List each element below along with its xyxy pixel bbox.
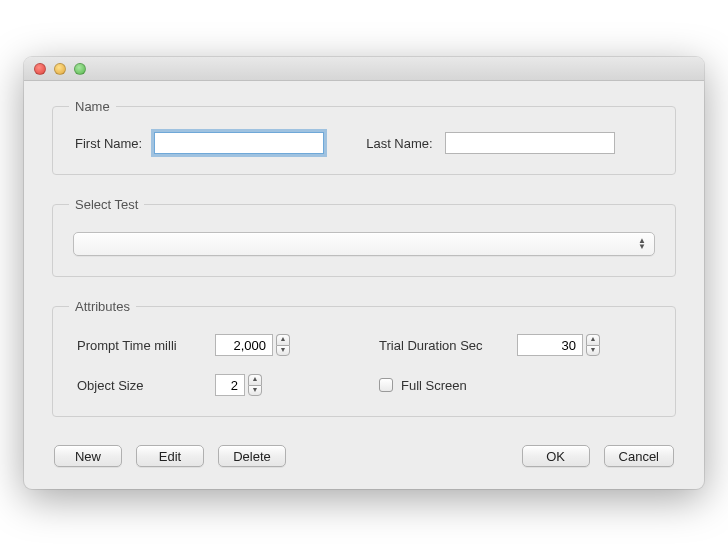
attributes-legend: Attributes <box>69 299 136 314</box>
stepper-down-icon[interactable]: ▼ <box>276 345 290 357</box>
new-button[interactable]: New <box>54 445 122 467</box>
titlebar <box>24 57 704 81</box>
content-area: Name First Name: Last Name: Select Test … <box>24 81 704 489</box>
stepper-up-icon[interactable]: ▲ <box>248 374 262 385</box>
object-size-label: Object Size <box>77 378 197 393</box>
first-name-label: First Name: <box>75 136 142 151</box>
cancel-button[interactable]: Cancel <box>604 445 674 467</box>
ok-button[interactable]: OK <box>522 445 590 467</box>
attributes-group: Attributes Prompt Time milli ▲ ▼ Trial D… <box>52 299 676 417</box>
full-screen-label: Full Screen <box>401 378 521 393</box>
trial-duration-input[interactable] <box>517 334 583 356</box>
zoom-icon[interactable] <box>74 63 86 75</box>
full-screen-checkbox[interactable] <box>379 378 393 392</box>
button-row: New Edit Delete OK Cancel <box>52 439 676 467</box>
trial-duration-stepper[interactable]: ▲ ▼ <box>517 334 600 356</box>
select-test-group: Select Test ▲▼ <box>52 197 676 277</box>
first-name-input[interactable] <box>154 132 324 154</box>
last-name-label: Last Name: <box>366 136 432 151</box>
select-test-combo[interactable]: ▲▼ <box>73 232 655 256</box>
select-test-legend: Select Test <box>69 197 144 212</box>
prompt-time-stepper[interactable]: ▲ ▼ <box>215 334 290 356</box>
stepper-down-icon[interactable]: ▼ <box>586 345 600 357</box>
stepper-up-icon[interactable]: ▲ <box>586 334 600 345</box>
edit-button[interactable]: Edit <box>136 445 204 467</box>
stepper-down-icon[interactable]: ▼ <box>248 385 262 397</box>
name-group: Name First Name: Last Name: <box>52 99 676 175</box>
minimize-icon[interactable] <box>54 63 66 75</box>
chevron-updown-icon: ▲▼ <box>638 238 646 250</box>
prompt-time-input[interactable] <box>215 334 273 356</box>
dialog-window: Name First Name: Last Name: Select Test … <box>24 57 704 489</box>
close-icon[interactable] <box>34 63 46 75</box>
object-size-stepper[interactable]: ▲ ▼ <box>215 374 262 396</box>
trial-duration-label: Trial Duration Sec <box>379 338 499 353</box>
name-legend: Name <box>69 99 116 114</box>
stepper-up-icon[interactable]: ▲ <box>276 334 290 345</box>
delete-button[interactable]: Delete <box>218 445 286 467</box>
prompt-time-label: Prompt Time milli <box>77 338 197 353</box>
last-name-input[interactable] <box>445 132 615 154</box>
object-size-input[interactable] <box>215 374 245 396</box>
